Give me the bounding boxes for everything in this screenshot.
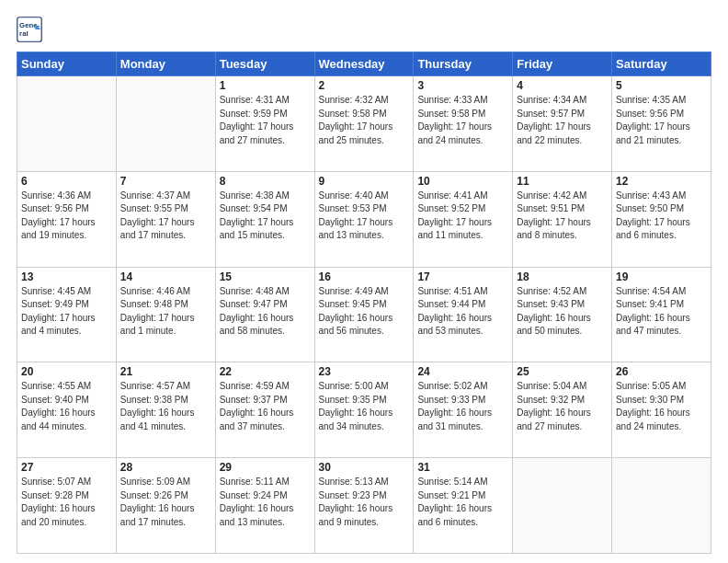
day-number: 26 (616, 365, 707, 378)
calendar-cell: 30Sunrise: 5:13 AM Sunset: 9:23 PM Dayli… (314, 458, 414, 554)
calendar-header-row: SundayMondayTuesdayWednesdayThursdayFrid… (17, 52, 711, 76)
calendar-cell: 31Sunrise: 5:14 AM Sunset: 9:21 PM Dayli… (414, 458, 513, 554)
day-number: 12 (616, 175, 707, 188)
day-number: 6 (21, 175, 112, 188)
calendar-cell: 7Sunrise: 4:37 AM Sunset: 9:55 PM Daylig… (116, 171, 215, 267)
day-info: Sunrise: 4:40 AM Sunset: 9:53 PM Dayligh… (319, 190, 410, 243)
calendar-cell: 16Sunrise: 4:49 AM Sunset: 9:45 PM Dayli… (314, 267, 414, 362)
calendar-week-row: 13Sunrise: 4:45 AM Sunset: 9:49 PM Dayli… (17, 267, 711, 362)
day-number: 2 (319, 79, 410, 92)
day-number: 5 (616, 79, 707, 92)
calendar-cell: 22Sunrise: 4:59 AM Sunset: 9:37 PM Dayli… (215, 362, 314, 458)
day-of-week-saturday: Saturday (612, 52, 711, 76)
calendar-cell: 2Sunrise: 4:32 AM Sunset: 9:58 PM Daylig… (314, 76, 414, 172)
calendar-cell: 11Sunrise: 4:42 AM Sunset: 9:51 PM Dayli… (513, 171, 612, 267)
day-of-week-sunday: Sunday (17, 52, 117, 76)
day-number: 10 (417, 175, 508, 188)
day-info: Sunrise: 4:36 AM Sunset: 9:56 PM Dayligh… (21, 190, 112, 243)
day-info: Sunrise: 4:46 AM Sunset: 9:48 PM Dayligh… (120, 285, 211, 339)
day-info: Sunrise: 4:43 AM Sunset: 9:50 PM Dayligh… (616, 190, 707, 243)
day-number: 23 (319, 365, 410, 378)
day-info: Sunrise: 4:48 AM Sunset: 9:47 PM Dayligh… (220, 285, 311, 339)
calendar-cell: 6Sunrise: 4:36 AM Sunset: 9:56 PM Daylig… (17, 171, 117, 267)
day-number: 27 (21, 461, 112, 474)
day-info: Sunrise: 5:00 AM Sunset: 9:35 PM Dayligh… (319, 380, 410, 433)
day-number: 8 (220, 175, 311, 188)
day-number: 29 (220, 461, 311, 474)
day-number: 20 (21, 365, 112, 378)
calendar-cell: 24Sunrise: 5:02 AM Sunset: 9:33 PM Dayli… (414, 362, 513, 458)
day-info: Sunrise: 4:57 AM Sunset: 9:38 PM Dayligh… (120, 380, 211, 433)
day-info: Sunrise: 4:51 AM Sunset: 9:44 PM Dayligh… (417, 285, 508, 339)
calendar-cell: 1Sunrise: 4:31 AM Sunset: 9:59 PM Daylig… (215, 76, 314, 172)
calendar-table: SundayMondayTuesdayWednesdayThursdayFrid… (17, 52, 711, 554)
day-of-week-thursday: Thursday (414, 52, 513, 76)
page: Gene- ral SundayMondayTuesdayWednesdayTh… (0, 0, 728, 563)
calendar-cell: 19Sunrise: 4:54 AM Sunset: 9:41 PM Dayli… (612, 267, 711, 362)
header: Gene- ral (17, 17, 711, 42)
day-info: Sunrise: 5:13 AM Sunset: 9:23 PM Dayligh… (319, 476, 410, 529)
day-info: Sunrise: 4:32 AM Sunset: 9:58 PM Dayligh… (319, 94, 410, 147)
day-number: 19 (616, 270, 707, 283)
calendar-cell (17, 76, 117, 172)
calendar-cell: 4Sunrise: 4:34 AM Sunset: 9:57 PM Daylig… (513, 76, 612, 172)
day-number: 11 (517, 175, 608, 188)
calendar-cell: 21Sunrise: 4:57 AM Sunset: 9:38 PM Dayli… (116, 362, 215, 458)
calendar-cell: 26Sunrise: 5:05 AM Sunset: 9:30 PM Dayli… (612, 362, 711, 458)
logo-icon: Gene- ral (17, 17, 42, 42)
calendar-cell: 27Sunrise: 5:07 AM Sunset: 9:28 PM Dayli… (17, 458, 117, 554)
day-number: 1 (220, 79, 311, 92)
day-number: 15 (220, 270, 311, 283)
day-number: 9 (319, 175, 410, 188)
day-number: 31 (417, 461, 508, 474)
calendar-week-row: 1Sunrise: 4:31 AM Sunset: 9:59 PM Daylig… (17, 76, 711, 172)
calendar-cell: 20Sunrise: 4:55 AM Sunset: 9:40 PM Dayli… (17, 362, 117, 458)
day-info: Sunrise: 4:41 AM Sunset: 9:52 PM Dayligh… (417, 190, 508, 243)
day-number: 17 (417, 270, 508, 283)
calendar-cell: 18Sunrise: 4:52 AM Sunset: 9:43 PM Dayli… (513, 267, 612, 362)
svg-text:ral: ral (19, 29, 28, 38)
day-info: Sunrise: 5:07 AM Sunset: 9:28 PM Dayligh… (21, 476, 112, 529)
day-info: Sunrise: 5:04 AM Sunset: 9:32 PM Dayligh… (517, 380, 608, 433)
day-number: 13 (21, 270, 112, 283)
day-number: 3 (417, 79, 508, 92)
day-number: 25 (517, 365, 608, 378)
day-info: Sunrise: 4:33 AM Sunset: 9:58 PM Dayligh… (417, 94, 508, 147)
calendar-cell: 28Sunrise: 5:09 AM Sunset: 9:26 PM Dayli… (116, 458, 215, 554)
day-number: 30 (319, 461, 410, 474)
day-info: Sunrise: 5:02 AM Sunset: 9:33 PM Dayligh… (417, 380, 508, 433)
calendar-cell: 15Sunrise: 4:48 AM Sunset: 9:47 PM Dayli… (215, 267, 314, 362)
calendar-cell: 12Sunrise: 4:43 AM Sunset: 9:50 PM Dayli… (612, 171, 711, 267)
calendar-cell (612, 458, 711, 554)
calendar-cell: 25Sunrise: 5:04 AM Sunset: 9:32 PM Dayli… (513, 362, 612, 458)
calendar-cell (513, 458, 612, 554)
day-info: Sunrise: 4:35 AM Sunset: 9:56 PM Dayligh… (616, 94, 707, 147)
day-number: 7 (120, 175, 211, 188)
day-info: Sunrise: 4:37 AM Sunset: 9:55 PM Dayligh… (120, 190, 211, 243)
day-number: 14 (120, 270, 211, 283)
calendar-cell: 8Sunrise: 4:38 AM Sunset: 9:54 PM Daylig… (215, 171, 314, 267)
day-info: Sunrise: 4:52 AM Sunset: 9:43 PM Dayligh… (517, 285, 608, 339)
calendar-cell: 9Sunrise: 4:40 AM Sunset: 9:53 PM Daylig… (314, 171, 414, 267)
day-of-week-tuesday: Tuesday (215, 52, 314, 76)
day-info: Sunrise: 5:09 AM Sunset: 9:26 PM Dayligh… (120, 476, 211, 529)
day-number: 28 (120, 461, 211, 474)
day-info: Sunrise: 4:49 AM Sunset: 9:45 PM Dayligh… (319, 285, 410, 339)
calendar-cell: 5Sunrise: 4:35 AM Sunset: 9:56 PM Daylig… (612, 76, 711, 172)
day-number: 24 (417, 365, 508, 378)
calendar-cell: 23Sunrise: 5:00 AM Sunset: 9:35 PM Dayli… (314, 362, 414, 458)
day-number: 4 (517, 79, 608, 92)
day-info: Sunrise: 4:42 AM Sunset: 9:51 PM Dayligh… (517, 190, 608, 243)
day-info: Sunrise: 4:34 AM Sunset: 9:57 PM Dayligh… (517, 94, 608, 147)
day-of-week-monday: Monday (116, 52, 215, 76)
day-of-week-friday: Friday (513, 52, 612, 76)
logo: Gene- ral (17, 17, 46, 42)
day-number: 18 (517, 270, 608, 283)
day-info: Sunrise: 4:38 AM Sunset: 9:54 PM Dayligh… (220, 190, 311, 243)
day-info: Sunrise: 4:54 AM Sunset: 9:41 PM Dayligh… (616, 285, 707, 339)
calendar-cell: 14Sunrise: 4:46 AM Sunset: 9:48 PM Dayli… (116, 267, 215, 362)
day-info: Sunrise: 4:55 AM Sunset: 9:40 PM Dayligh… (21, 380, 112, 433)
calendar-cell: 10Sunrise: 4:41 AM Sunset: 9:52 PM Dayli… (414, 171, 513, 267)
calendar-week-row: 6Sunrise: 4:36 AM Sunset: 9:56 PM Daylig… (17, 171, 711, 267)
calendar-week-row: 20Sunrise: 4:55 AM Sunset: 9:40 PM Dayli… (17, 362, 711, 458)
